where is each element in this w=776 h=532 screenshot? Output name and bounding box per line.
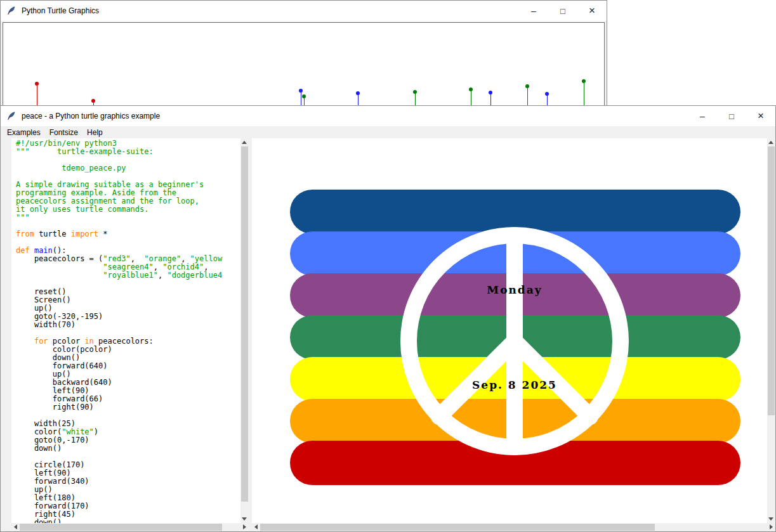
- canvas-horizontal-scrollbar[interactable]: [252, 523, 775, 531]
- menu-item-fontsize[interactable]: Fontsize: [45, 127, 82, 138]
- scroll-left-icon[interactable]: [254, 524, 258, 529]
- scroll-right-icon[interactable]: [243, 524, 246, 529]
- scroll-left-icon[interactable]: [14, 524, 17, 529]
- code-line: down(): [16, 519, 240, 523]
- scroll-thumb[interactable]: [241, 146, 248, 502]
- window-content: #!/usr/bin/env python3""" turtle-example…: [1, 138, 775, 523]
- scroll-thumb[interactable]: [768, 146, 775, 415]
- code-vertical-scrollbar[interactable]: [240, 138, 249, 523]
- code-line: right(90): [16, 403, 240, 412]
- code-line: it only uses turtle commands.: [16, 205, 240, 214]
- tk-feather-icon: [6, 111, 16, 121]
- scroll-down-icon[interactable]: [768, 517, 773, 521]
- code-horizontal-scrollbar[interactable]: [11, 523, 249, 531]
- minimize-button[interactable]: –: [688, 106, 717, 126]
- scroll-right-icon[interactable]: [770, 524, 773, 529]
- code-line: """: [16, 214, 240, 222]
- close-button[interactable]: ×: [577, 1, 607, 21]
- scroll-thumb[interactable]: [20, 524, 222, 531]
- window-title: peace - a Python turtle graphics example: [22, 112, 160, 120]
- date-label: Sep. 8 2025: [472, 379, 557, 391]
- peace-symbol: Monday Sep. 8 2025: [252, 138, 767, 523]
- code-line: from turtle import *: [16, 230, 240, 238]
- code-line: tdemo_peace.py: [16, 164, 240, 172]
- scroll-up-icon[interactable]: [768, 141, 773, 144]
- tk-feather-icon: [6, 6, 16, 16]
- menu-item-help[interactable]: Help: [82, 127, 107, 138]
- code-line: "royalblue1", "dodgerblue4: [16, 271, 240, 280]
- scroll-thumb[interactable]: [260, 524, 655, 531]
- scroll-up-icon[interactable]: [242, 141, 247, 144]
- code-line: down(): [16, 444, 240, 453]
- scroll-down-icon[interactable]: [242, 517, 247, 521]
- code-line: width(70): [16, 321, 240, 329]
- weekday-label: Monday: [487, 283, 542, 296]
- peace-canvas[interactable]: Monday Sep. 8 2025: [252, 138, 767, 523]
- maximize-button[interactable]: □: [717, 106, 746, 126]
- maximize-button[interactable]: □: [548, 1, 577, 21]
- peace-window: peace - a Python turtle graphics example…: [0, 105, 776, 532]
- menu-item-examples[interactable]: Examples: [3, 127, 45, 138]
- code-editor[interactable]: #!/usr/bin/env python3""" turtle-example…: [11, 138, 240, 523]
- menu-bar: ExamplesFontsizeHelp: [1, 126, 775, 138]
- code-line: """ turtle-example-suite:: [16, 148, 240, 156]
- close-button[interactable]: ×: [746, 106, 775, 126]
- bottom-scroll-row: [1, 523, 775, 531]
- title-bar[interactable]: Python Turtle Graphics – □ ×: [1, 1, 607, 21]
- minimize-button[interactable]: –: [519, 1, 548, 21]
- title-bar[interactable]: peace - a Python turtle graphics example…: [1, 106, 775, 126]
- window-title: Python Turtle Graphics: [22, 6, 99, 15]
- canvas-vertical-scrollbar[interactable]: [767, 138, 775, 523]
